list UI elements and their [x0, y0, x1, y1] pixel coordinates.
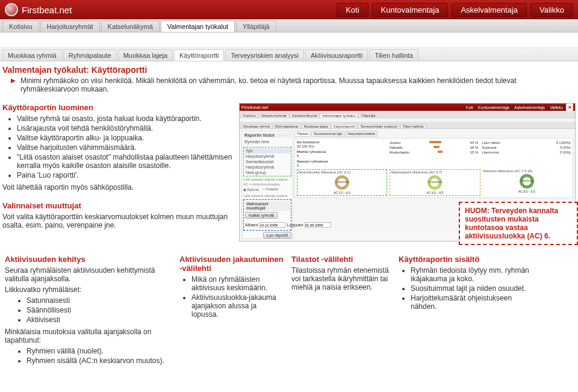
mini-range: AC 6.5 – 8.5 — [391, 191, 479, 194]
mini-stat-value: 20 (20–51) — [297, 145, 386, 148]
mini-main-tab[interactable]: Tilastot — [294, 131, 311, 137]
bcol3-heading: Tilastot -välilehti — [291, 255, 391, 264]
bcol1-list1: Satunnaisesti Säännöllisesti Aktiivisest… — [5, 296, 172, 324]
subtab-ryhmapalaute[interactable]: Ryhmäpalaute — [63, 49, 117, 61]
mini-side-item[interactable]: Samantasoiset — [244, 159, 290, 164]
mini-tab[interactable]: Ylläpitäjä — [358, 113, 378, 117]
bcol1-p2: Liikkuvatko ryhmäläiset: — [5, 285, 172, 294]
bcol4-heading: Käyttöraportin sisältö — [399, 255, 531, 264]
mini-side-item[interactable]: Työ — [244, 148, 290, 154]
mini-date-start[interactable] — [259, 222, 285, 228]
creation-block: Käyttöraportin luominen Valitse ryhmä ta… — [2, 103, 234, 191]
mini-stat-label: Miehiä ryhmässä — [297, 150, 386, 154]
mini-side-label: Ryhmän nimi — [243, 139, 291, 145]
bcol4-list: Ryhmän tiedoista löytyy mm. ryhmän ikäja… — [399, 266, 531, 311]
list-item: Ryhmän tiedoista löytyy mm. ryhmän ikäja… — [411, 266, 531, 283]
tab-valmentajan-tyokalut[interactable]: Valmentajan työkalut — [161, 20, 235, 32]
mini-main-tab[interactable]: Suosituimmat lajit — [311, 131, 344, 137]
mini-tab[interactable]: Muokkaa lajeja — [302, 124, 331, 128]
tab-yllapitaja[interactable]: Ylläpitäjä — [236, 20, 276, 32]
variables-block: Valinnaiset muuttujat Voit valita käyttö… — [2, 201, 234, 229]
variables-heading: Valinnaiset muuttujat — [2, 201, 234, 210]
creation-item: Valitse harjoitusten vähimmäismäärä. — [17, 143, 234, 152]
mini-tab[interactable]: Kotisivu — [241, 113, 258, 117]
bottom-col-sisalto: Käyttöraportin sisältö Ryhmän tiedoista … — [399, 255, 531, 369]
mini-act-label: Aktiivisluokka tilikauttua (AC 6.1) — [298, 170, 386, 174]
creation-item: Valitse käyttöraportin alku- ja loppuaik… — [17, 134, 234, 142]
subtab-kayttoraportti[interactable]: Käyttöraportti — [174, 49, 224, 61]
tab-harjoitusryhmat[interactable]: Harjoitusryhmät — [40, 20, 100, 32]
subtab-aktiivisuusraportti[interactable]: Aktiivisuusraportti — [305, 49, 368, 61]
mini-nav-item[interactable]: Koti — [464, 105, 475, 110]
mini-nav-item[interactable]: Valikko — [548, 105, 565, 110]
mini-note: Liitä osaston alaiset osastot — [243, 194, 291, 198]
creation-item: Paina 'Luo raportti'. — [17, 171, 234, 179]
mini-var-btn[interactable]: Kaikki ryhmät — [245, 212, 278, 219]
mini-tab[interactable]: Valmentajan työkalut — [320, 113, 358, 117]
tab-kotisivu[interactable]: Kotisivu — [2, 20, 39, 32]
mini-range: AC 3.0 – 6.0 — [298, 191, 386, 194]
creation-item: Valitse ryhmä tai osasto, josta haluat l… — [17, 114, 234, 123]
mini-tab[interactable]: Tilien hallinta — [400, 124, 426, 128]
mini-tab[interactable]: Käyttöraportti — [331, 124, 358, 128]
mini-radio-group: ◉ Ryhmä ○ Osastot — [243, 187, 291, 191]
close-icon[interactable]: ✕ — [566, 104, 573, 111]
mini-cell: Liiemmmin — [482, 151, 499, 154]
mini-create-report-button[interactable]: Luo raportti — [263, 232, 291, 238]
mini-nav-item[interactable]: Kuntovalmentaja — [476, 105, 511, 110]
tab-katselunakyma[interactable]: Katselunäkymä — [101, 20, 160, 32]
list-item: Aktiivisuusluokka-jakauma ajanjakson alu… — [191, 293, 284, 319]
mini-ac-note: AC = Aktiivisuusluokka — [243, 182, 291, 186]
nav-koti[interactable]: Koti — [337, 3, 368, 17]
creation-item: Lisärajausta voit tehdä henkilöstöryhmäl… — [17, 124, 234, 132]
mini-side-item[interactable]: New group — [244, 170, 290, 175]
list-item: Ryhmien sisällä (AC:n keskiarvon muutos)… — [26, 356, 172, 365]
page-title: Valmentajan työkalut: Käyttöraportti — [2, 65, 576, 75]
mini-stat-value: 5 — [297, 154, 386, 158]
bcol1-p1: Seuraa ryhmäläisten aktiivisuuden kehitt… — [5, 266, 172, 283]
nav-kuntovalmentaja[interactable]: Kuntovalmentaja — [372, 3, 449, 17]
mini-cell: Liian vähän — [482, 141, 500, 145]
mini-tab[interactable]: Harjoitusryhmät — [259, 113, 289, 117]
mini-nav-item[interactable]: Askelvalmentaja — [512, 105, 547, 110]
list-item: Säännöllisesti — [26, 306, 172, 314]
mini-main-tabs: Tilastot Suosituimmat lajit Harjoittelum… — [294, 131, 573, 137]
mini-tab[interactable]: Muokkaa ryhmiä — [241, 124, 272, 128]
list-item: Aktiivisesti — [26, 316, 172, 324]
list-item: Harjoittelumäärät ohjeistukseen nähden. — [411, 294, 531, 311]
mini-cell: 0 (0%) — [560, 146, 571, 149]
mini-tabs2: Muokkaa ryhmiä Ryhmäpalaute Muokkaa laje… — [240, 122, 575, 129]
mini-side-item[interactable]: Harjoitusryhmä — [244, 164, 290, 170]
subtab-tilien-hallinta[interactable]: Tilien hallinta — [369, 49, 418, 61]
tabs-main: Kotisivu Harjoitusryhmät Katselunäkymä V… — [0, 19, 578, 33]
bottom-col-tilastot: Tilastot -välilehti Tilastoissa ryhmän e… — [291, 255, 391, 369]
mini-side-head: Raportin tiedot — [243, 132, 291, 138]
list-item: Suosituimmat lajit ja niiden osuudet. — [411, 284, 531, 293]
mini-harj-table: Liian vähän5 (100%) Sopivasti0 (0%) Liie… — [482, 140, 571, 167]
mini-tab[interactable]: Terveysriskien analyysi — [358, 124, 399, 128]
subtab-terveysriskien-analyysi[interactable]: Terveysriskien analyysi — [225, 49, 303, 61]
mini-cell: Juoksu — [390, 141, 401, 145]
huom-text: HUOM: Terveyden kannalta suositusten muk… — [465, 207, 558, 240]
mini-laj-table: Juoksu44 % Salipallo18 % Muskulaattin15 … — [390, 140, 479, 167]
subtab-muokkaa-lajeja[interactable]: Muokkaa lajeja — [118, 49, 173, 61]
mini-main-tab[interactable]: Harjoittelumäärät — [345, 131, 378, 137]
variables-text: Voit valita käyttöraporttiin keskiarvomu… — [2, 213, 234, 229]
mini-act-label: Sääntöaktiivi tilikauttua (AC 6.7) — [391, 170, 479, 174]
subtab-muokkaa-ryhmia[interactable]: Muokkaa ryhmiä — [2, 49, 62, 61]
mini-radio[interactable]: Ryhmä — [247, 188, 259, 191]
nav-valikko[interactable]: Valikko — [530, 3, 573, 17]
mini-cell: 15 % — [470, 151, 479, 154]
mini-var-head: Valinnaiset muuttujat — [245, 201, 290, 211]
mini-tab[interactable]: Ryhmäpalaute — [273, 124, 301, 128]
mini-radio[interactable]: Osastot — [266, 187, 278, 191]
huom-callout: HUOM: Terveyden kannalta suositusten muk… — [459, 202, 578, 245]
mini-tab[interactable]: Katselunäkymä — [290, 113, 319, 117]
mini-stat-label: Naisten ryhmässä — [297, 160, 386, 163]
creation-heading: Käyttöraportin luominen — [2, 103, 234, 112]
mini-stat-value: 5 — [297, 164, 386, 167]
mini-stat-label: Iän keskiarvo — [297, 140, 386, 144]
mini-side-item[interactable]: Harjoitusryhmä — [244, 154, 290, 159]
nav-askelvalmentaja[interactable]: Askelvalmentaja — [452, 3, 527, 17]
mini-label: Alkaen — [245, 223, 258, 227]
